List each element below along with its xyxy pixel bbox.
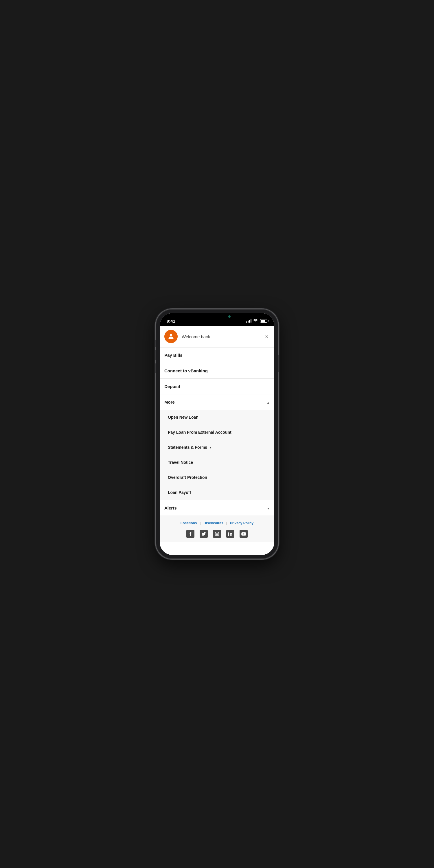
signal-bar-1 xyxy=(246,321,247,322)
connect-vbanking-label: Connect to vBanking xyxy=(164,368,208,373)
alerts-header[interactable]: Alerts xyxy=(160,500,274,516)
facebook-icon[interactable] xyxy=(186,530,194,538)
volume-down-button xyxy=(155,363,156,373)
footer-links: Locations | Disclosures | Privacy Policy xyxy=(164,521,270,525)
more-expanded-content: Open New Loan Pay Loan From External Acc… xyxy=(160,410,274,500)
sub-menu-overdraft-protection[interactable]: Overdraft Protection xyxy=(160,470,274,485)
statements-inner: Statements & Forms ▼ xyxy=(168,445,212,450)
status-icons xyxy=(246,319,267,323)
signal-icon xyxy=(246,319,251,322)
privacy-policy-link[interactable]: Privacy Policy xyxy=(230,521,253,525)
status-bar: 9:41 xyxy=(160,313,274,326)
footer-social xyxy=(164,530,270,538)
more-header[interactable]: More xyxy=(160,394,274,410)
phone-frame: 9:41 xyxy=(156,310,278,558)
battery-fill xyxy=(261,320,265,322)
pay-loan-external-label: Pay Loan From External Account xyxy=(168,430,231,435)
svg-rect-2 xyxy=(215,532,219,535)
more-label: More xyxy=(164,400,175,404)
notch xyxy=(198,313,236,321)
linkedin-icon[interactable] xyxy=(226,530,235,538)
travel-notice-label: Travel Notice xyxy=(168,460,193,465)
alerts-label: Alerts xyxy=(164,505,177,510)
wifi-icon xyxy=(253,319,258,323)
camera-dot xyxy=(228,315,230,318)
sub-menu-travel-notice[interactable]: Travel Notice xyxy=(160,455,274,470)
alerts-section: Alerts xyxy=(160,500,274,516)
app-content: Welcome back × Pay Bills Connect to vBan… xyxy=(160,326,274,555)
welcome-text: Welcome back xyxy=(182,334,210,339)
youtube-icon[interactable] xyxy=(240,530,248,538)
app-header: Welcome back × xyxy=(160,326,274,347)
sub-menu-open-new-loan[interactable]: Open New Loan xyxy=(160,410,274,425)
silent-switch xyxy=(155,340,156,347)
disclosures-link[interactable]: Disclosures xyxy=(204,521,223,525)
overdraft-protection-label: Overdraft Protection xyxy=(168,475,207,480)
svg-point-6 xyxy=(228,532,229,533)
signal-bar-3 xyxy=(249,320,250,322)
svg-point-4 xyxy=(218,533,218,533)
sub-menu-pay-loan-external[interactable]: Pay Loan From External Account xyxy=(160,425,274,440)
person-icon xyxy=(167,333,175,340)
chevron-up-icon xyxy=(267,400,270,404)
status-time: 9:41 xyxy=(167,318,175,323)
locations-link[interactable]: Locations xyxy=(181,521,197,525)
footer-divider-2: | xyxy=(226,521,227,525)
menu-item-pay-bills[interactable]: Pay Bills xyxy=(160,347,274,363)
phone-screen: 9:41 xyxy=(160,313,274,555)
avatar xyxy=(164,330,178,343)
battery-icon xyxy=(260,319,267,322)
twitter-icon[interactable] xyxy=(199,530,208,538)
loan-payoff-label: Loan Payoff xyxy=(168,490,191,495)
power-button xyxy=(278,355,279,372)
signal-bar-4 xyxy=(251,319,251,322)
svg-point-0 xyxy=(170,334,173,337)
close-button[interactable]: × xyxy=(264,332,270,341)
svg-rect-5 xyxy=(228,533,229,536)
menu-item-deposit[interactable]: Deposit xyxy=(160,379,274,394)
footer-divider-1: | xyxy=(199,521,200,525)
instagram-icon[interactable] xyxy=(213,530,221,538)
deposit-label: Deposit xyxy=(164,384,180,389)
signal-bar-2 xyxy=(248,320,249,322)
pay-bills-label: Pay Bills xyxy=(164,353,183,358)
statements-forms-label: Statements & Forms xyxy=(168,445,207,450)
open-new-loan-label: Open New Loan xyxy=(168,415,198,420)
footer: Locations | Disclosures | Privacy Policy xyxy=(160,516,274,542)
menu-item-connect-vbanking[interactable]: Connect to vBanking xyxy=(160,363,274,379)
svg-point-3 xyxy=(216,533,218,535)
volume-up-button xyxy=(155,350,156,360)
more-section: More Open New Loan Pay Loan From Externa… xyxy=(160,394,274,500)
sub-menu-statements-forms[interactable]: Statements & Forms ▼ xyxy=(160,440,274,455)
dropdown-arrow-icon: ▼ xyxy=(209,446,212,449)
chevron-down-icon xyxy=(267,505,270,510)
sub-menu-loan-payoff[interactable]: Loan Payoff xyxy=(160,485,274,500)
